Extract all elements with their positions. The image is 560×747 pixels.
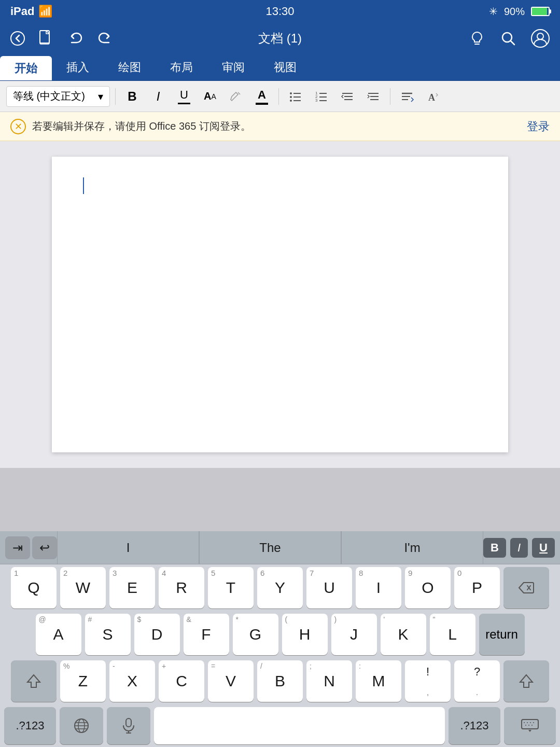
- key-l[interactable]: "L: [430, 614, 475, 655]
- svg-point-4: [537, 33, 543, 39]
- tab-insert[interactable]: 插入: [52, 54, 104, 80]
- status-bar-right: ✳ 90%: [489, 5, 550, 18]
- back-button[interactable]: [10, 31, 25, 46]
- highlight-button[interactable]: [225, 86, 247, 107]
- key-g[interactable]: *G: [233, 614, 278, 655]
- delete-key[interactable]: [503, 567, 549, 608]
- predictive-words: I The I'm: [57, 531, 483, 564]
- profile-button[interactable]: [531, 29, 550, 48]
- predictive-word-3[interactable]: I'm: [341, 531, 483, 564]
- chevron-down-icon: ▾: [98, 90, 103, 103]
- key-m[interactable]: :M: [356, 660, 401, 702]
- file-icon[interactable]: [37, 30, 55, 47]
- bold-format-button[interactable]: B: [483, 538, 506, 558]
- key-p[interactable]: 0P: [454, 567, 500, 608]
- predictive-word-2[interactable]: The: [199, 531, 341, 564]
- key-s[interactable]: #S: [85, 614, 131, 655]
- status-bar-left: iPad 📶: [10, 5, 52, 18]
- key-e[interactable]: 3E: [109, 567, 155, 608]
- globe-key[interactable]: [60, 707, 103, 744]
- return-key[interactable]: return: [479, 614, 525, 655]
- font-selector[interactable]: 等线 (中文正文) ▾: [6, 86, 110, 107]
- login-button[interactable]: 登录: [527, 119, 550, 134]
- key-a[interactable]: @A: [36, 614, 81, 655]
- notification-text: 若要编辑并保存，请使用 Office 365 订阅登录。: [32, 119, 251, 133]
- status-bar: iPad 📶 13:30 ✳ 90%: [0, 0, 560, 23]
- key-r[interactable]: 4R: [159, 567, 204, 608]
- tab-view[interactable]: 视图: [259, 54, 311, 80]
- text-effects-icon: A: [426, 89, 440, 104]
- font-size-button[interactable]: A A: [199, 86, 221, 107]
- space-key[interactable]: [154, 707, 445, 744]
- underline-button[interactable]: U: [173, 86, 195, 107]
- font-name: 等线 (中文正文): [13, 89, 85, 103]
- text-effects-button[interactable]: A: [422, 86, 444, 107]
- key-j[interactable]: )J: [331, 614, 377, 655]
- lightbulb-button[interactable]: [469, 30, 485, 47]
- notification-left: ✕ 若要编辑并保存，请使用 Office 365 订阅登录。: [10, 119, 251, 134]
- search-button[interactable]: [500, 30, 516, 47]
- style-button[interactable]: [396, 86, 418, 107]
- key-c[interactable]: +C: [159, 660, 204, 702]
- text-cursor: [83, 177, 84, 194]
- tab-home[interactable]: 开始: [0, 56, 52, 80]
- key-x[interactable]: -X: [109, 660, 155, 702]
- key-b[interactable]: /B: [257, 660, 303, 702]
- document-page[interactable]: [52, 157, 508, 452]
- key-z[interactable]: %Z: [60, 660, 106, 702]
- bold-button[interactable]: B: [121, 86, 144, 107]
- ribbon: 开始 插入 绘图 布局 审阅 视图: [0, 54, 560, 81]
- tab-layout[interactable]: 布局: [156, 54, 207, 80]
- key-y[interactable]: 6Y: [257, 567, 303, 608]
- document-area[interactable]: [0, 141, 560, 468]
- indent-button[interactable]: [362, 86, 385, 107]
- left-shift-key[interactable]: [11, 660, 57, 702]
- key-exclaim[interactable]: !,: [405, 660, 451, 702]
- tab-draw[interactable]: 绘图: [104, 54, 156, 80]
- keyboard-dismiss-icon: [521, 718, 539, 733]
- keyboard: ⇥ ↩ I The I'm B I U 1Q 2W 3E 4R 5T 6Y 7U…: [0, 531, 560, 747]
- outdent-button[interactable]: [336, 86, 359, 107]
- key-h[interactable]: (H: [282, 614, 328, 655]
- italic-format-button[interactable]: I: [510, 538, 528, 558]
- key-k[interactable]: 'K: [381, 614, 426, 655]
- font-size-icon: A: [204, 90, 211, 102]
- title-bar: 文档 (1): [0, 23, 560, 54]
- key-i[interactable]: 8I: [356, 567, 401, 608]
- num-key-right[interactable]: .?123: [449, 707, 500, 744]
- bullet-list-button[interactable]: [284, 86, 307, 107]
- underline-format-button[interactable]: U: [532, 538, 555, 558]
- num-key-left[interactable]: .?123: [4, 707, 56, 744]
- predictive-right: B I U: [483, 538, 555, 558]
- svg-rect-32: [126, 718, 131, 727]
- battery-percent: 90%: [504, 6, 525, 18]
- bluetooth-icon: ✳: [489, 5, 498, 18]
- key-q[interactable]: 1Q: [11, 567, 57, 608]
- predictive-word-1[interactable]: I: [57, 531, 199, 564]
- key-o[interactable]: 9O: [405, 567, 451, 608]
- tab-review[interactable]: 审阅: [207, 54, 259, 80]
- key-f[interactable]: &F: [184, 614, 229, 655]
- undo-icon: ↩: [39, 541, 50, 555]
- italic-button[interactable]: I: [147, 86, 170, 107]
- key-u[interactable]: 7U: [306, 567, 352, 608]
- keyboard-dismiss-key[interactable]: [504, 707, 556, 744]
- underline-bar: [178, 103, 190, 104]
- key-v[interactable]: =V: [208, 660, 254, 702]
- key-d[interactable]: $D: [134, 614, 180, 655]
- tab-key[interactable]: ⇥: [5, 536, 30, 559]
- undo-button[interactable]: [67, 30, 84, 47]
- microphone-key[interactable]: [107, 707, 150, 744]
- key-w[interactable]: 2W: [60, 567, 106, 608]
- predictive-left: ⇥ ↩: [5, 536, 57, 559]
- undo-key[interactable]: ↩: [32, 536, 57, 559]
- numbered-list-button[interactable]: 1 2 3: [310, 86, 333, 107]
- right-shift-key[interactable]: [503, 660, 549, 702]
- numbered-list-icon: 1 2 3: [314, 89, 329, 104]
- key-question[interactable]: ?.: [454, 660, 500, 702]
- notification-close-button[interactable]: ✕: [10, 119, 26, 134]
- key-n[interactable]: ;N: [306, 660, 352, 702]
- key-t[interactable]: 5T: [208, 567, 254, 608]
- font-color-button[interactable]: A: [250, 86, 273, 107]
- redo-button[interactable]: [96, 30, 113, 47]
